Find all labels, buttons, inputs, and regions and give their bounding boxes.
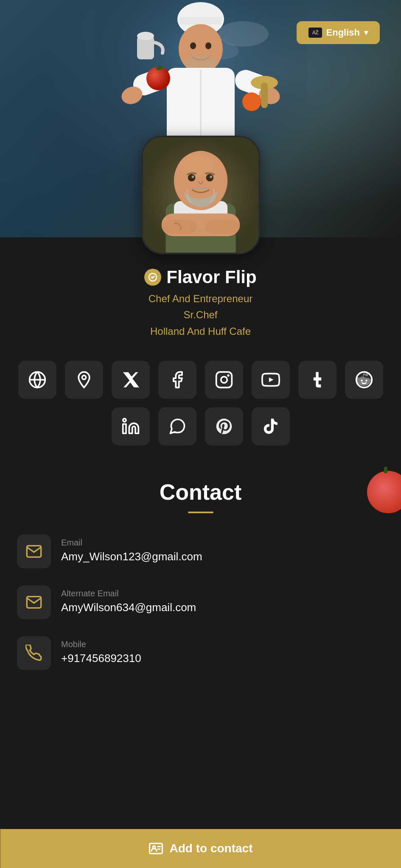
alt-email-label: Alternate Email	[61, 589, 196, 598]
contact-email-info: Email Amy_Wilson123@gmail.com	[61, 534, 202, 563]
maps-button[interactable]	[65, 361, 103, 399]
svg-point-32	[188, 174, 195, 181]
contact-mobile-info: Mobile +917456892310	[61, 636, 141, 665]
pinterest-button[interactable]	[205, 407, 243, 445]
chevron-down-icon: ▾	[364, 28, 368, 37]
contact-mobile-item: Mobile +917456892310	[17, 636, 384, 670]
profile-name: Flavor Flip	[144, 267, 256, 287]
youtube-icon	[261, 370, 280, 389]
translate-icon: AŻ	[308, 28, 322, 38]
tomato-decoration	[367, 471, 401, 513]
email-value: Amy_Wilson123@gmail.com	[61, 550, 202, 563]
svg-point-44	[361, 380, 362, 381]
tumblr-icon	[308, 370, 327, 389]
profile-section: bosanic Flavor Flip Chef And Entrepreneu…	[0, 237, 401, 738]
svg-point-7	[205, 42, 211, 49]
svg-rect-20	[261, 83, 268, 108]
svg-text:bosanic: bosanic	[191, 228, 207, 233]
linkedin-icon	[121, 417, 140, 436]
instagram-icon	[215, 370, 233, 389]
svg-point-34	[191, 175, 194, 178]
profile-subtitle: Chef And Entrepreneur Sr.Chef Holland An…	[144, 291, 256, 339]
svg-point-18	[242, 92, 261, 111]
verified-badge	[144, 269, 161, 286]
social-row-2	[112, 407, 290, 445]
contact-alt-email-info: Alternate Email AmyWilson634@gmail.com	[61, 585, 196, 614]
svg-marker-42	[269, 378, 273, 382]
contact-title: Contact	[17, 479, 384, 505]
tiktok-icon	[261, 417, 280, 436]
reddit-icon	[355, 370, 373, 389]
svg-point-45	[365, 380, 367, 381]
instagram-button[interactable]	[205, 361, 243, 399]
svg-point-46	[123, 419, 126, 422]
map-pin-icon	[75, 370, 93, 389]
social-row-1	[18, 361, 383, 399]
name-section: Flavor Flip Chef And Entrepreneur Sr.Che…	[144, 267, 256, 339]
avatar: bosanic	[141, 136, 260, 254]
svg-point-22	[137, 32, 154, 40]
svg-point-40	[221, 377, 227, 383]
linkedin-button[interactable]	[112, 407, 150, 445]
contact-section: Contact Email Amy_Wilson123@gmail.com	[0, 479, 401, 687]
profile-name-text: Flavor Flip	[166, 267, 256, 287]
phone-icon-box	[17, 636, 51, 670]
svg-point-38	[82, 376, 86, 379]
mobile-value: +917456892310	[61, 652, 141, 665]
svg-point-6	[190, 42, 196, 49]
contact-alt-email-item: Alternate Email AmyWilson634@gmail.com	[17, 585, 384, 619]
add-to-contact-button[interactable]: Add to contact	[0, 829, 401, 868]
tumblr-button[interactable]	[298, 361, 337, 399]
contact-divider	[188, 512, 213, 513]
language-label: English	[326, 27, 360, 38]
svg-rect-28	[205, 220, 240, 234]
globe-icon	[28, 370, 47, 389]
svg-point-41	[227, 374, 230, 377]
reddit-button[interactable]	[345, 361, 383, 399]
email-icon-box	[17, 534, 51, 568]
whatsapp-icon	[168, 417, 187, 436]
contact-email-item: Email Amy_Wilson123@gmail.com	[17, 534, 384, 568]
svg-point-33	[206, 174, 213, 181]
alt-email-value: AmyWilson634@gmail.com	[61, 601, 196, 614]
contact-card-icon	[149, 841, 164, 856]
mobile-label: Mobile	[61, 640, 141, 649]
alt-email-icon	[25, 594, 42, 611]
add-contact-label: Add to contact	[170, 842, 253, 855]
tiktok-button[interactable]	[252, 407, 290, 445]
phone-icon	[25, 645, 42, 662]
facebook-icon	[168, 370, 187, 389]
email-label: Email	[61, 538, 202, 548]
language-selector[interactable]: AŻ English ▾	[297, 21, 380, 44]
alt-email-icon-box	[17, 585, 51, 619]
email-icon	[25, 543, 42, 560]
svg-rect-39	[216, 372, 232, 388]
svg-point-35	[210, 175, 212, 178]
x-icon	[121, 370, 140, 389]
pinterest-icon	[215, 417, 233, 436]
svg-rect-4	[179, 17, 222, 25]
avatar-wrapper: bosanic	[141, 136, 260, 254]
social-grid	[0, 361, 401, 445]
twitter-x-button[interactable]	[112, 361, 150, 399]
youtube-button[interactable]	[252, 361, 290, 399]
whatsapp-button[interactable]	[158, 407, 196, 445]
website-button[interactable]	[18, 361, 56, 399]
facebook-button[interactable]	[158, 361, 196, 399]
